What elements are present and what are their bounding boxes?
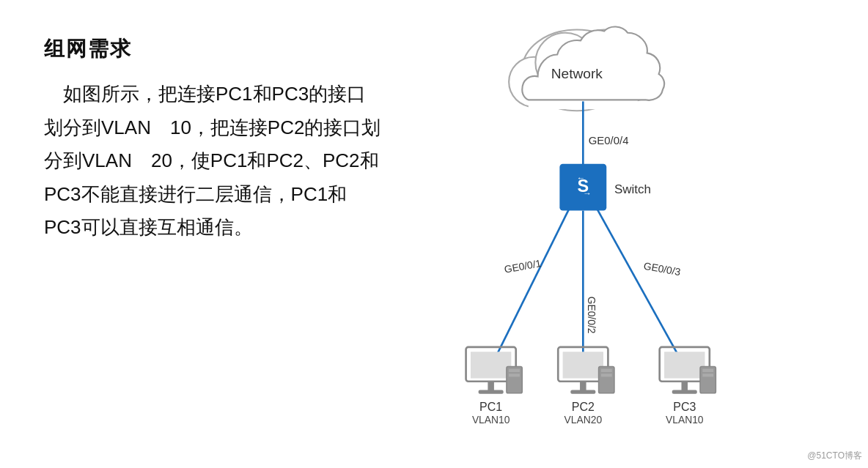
svg-text:←: ← [577, 173, 586, 182]
switch-label: Switch [614, 182, 651, 196]
svg-rect-21 [570, 390, 595, 394]
svg-rect-31 [702, 374, 713, 376]
svg-text:→: → [583, 188, 592, 198]
pc2-group: PC2 VLAN20 [558, 347, 614, 426]
svg-rect-17 [509, 374, 520, 376]
diagram-panel: Network GE0/0/4 S ← → Switch [411, 0, 868, 468]
svg-rect-19 [563, 352, 603, 378]
pc1-vlan: VLAN10 [472, 414, 510, 426]
svg-rect-13 [488, 382, 494, 391]
switch-group: S ← → [559, 164, 606, 211]
pc3-group: PC3 VLAN10 [660, 347, 716, 426]
network-diagram: Network GE0/0/4 S ← → Switch [411, 0, 868, 468]
svg-rect-12 [471, 352, 511, 378]
pc3-vlan: VLAN10 [666, 414, 704, 426]
pc2-label: PC2 [572, 401, 595, 413]
svg-rect-20 [580, 382, 586, 391]
svg-rect-16 [509, 369, 520, 372]
text-panel: 组网需求 如图所示，把连接PC1和PC3的接口划分到VLAN 10，把连接PC2… [0, 0, 411, 468]
pc3-label: PC3 [673, 401, 696, 413]
pc1-label: PC1 [479, 401, 502, 413]
port-right-label: GE0/0/3 [643, 260, 682, 278]
svg-rect-24 [601, 374, 612, 376]
svg-rect-27 [682, 382, 688, 391]
pc1-group: PC1 VLAN10 [466, 347, 523, 426]
watermark: @51CTO博客 [807, 450, 862, 462]
svg-rect-26 [664, 352, 705, 378]
port-top-label: GE0/0/4 [589, 135, 629, 146]
svg-rect-14 [479, 390, 504, 394]
body-text: 如图所示，把连接PC1和PC3的接口划分到VLAN 10，把连接PC2的接口划分… [44, 78, 381, 245]
cloud-label: Network [551, 66, 603, 81]
switch-to-pc3-line [597, 209, 684, 366]
port-left-label: GE0/0/1 [504, 257, 542, 275]
port-mid-label: GE0/0/2 [586, 297, 597, 334]
svg-rect-30 [702, 369, 713, 372]
switch-to-pc1-line [491, 209, 570, 366]
main-container: 组网需求 如图所示，把连接PC1和PC3的接口划分到VLAN 10，把连接PC2… [0, 0, 868, 468]
section-title: 组网需求 [44, 35, 381, 63]
svg-rect-23 [601, 369, 612, 372]
cloud-group: Network [509, 26, 664, 111]
pc2-vlan: VLAN20 [564, 414, 603, 426]
svg-rect-28 [672, 390, 697, 394]
